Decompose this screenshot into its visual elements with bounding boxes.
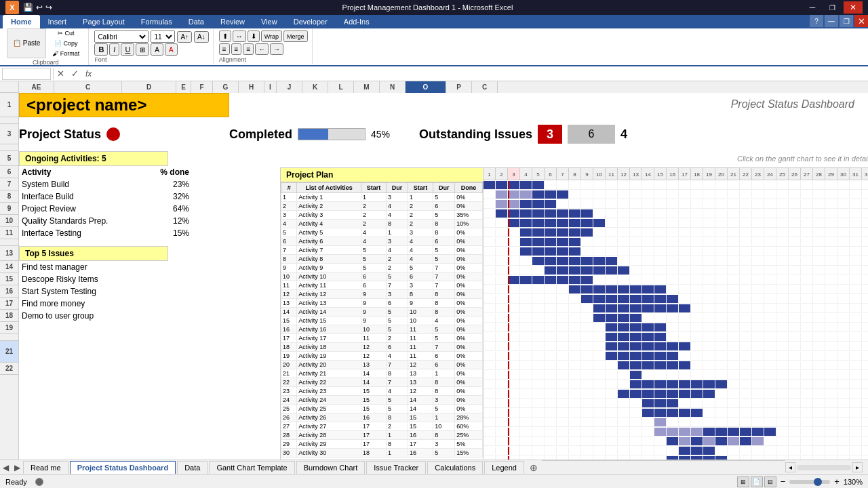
- row-20[interactable]: [0, 334, 18, 341]
- gantt-row[interactable]: [484, 313, 868, 323]
- col-header-j[interactable]: J: [277, 81, 302, 93]
- col-header-g[interactable]: G: [213, 81, 239, 93]
- zoom-minus[interactable]: −: [781, 476, 786, 487]
- col-header-p[interactable]: P: [446, 81, 472, 93]
- gantt-row[interactable]: [484, 247, 868, 256]
- plan-table-row[interactable]: 3Activity 3242535%: [281, 211, 483, 220]
- plan-table-row[interactable]: 21Activity 211481310%: [281, 369, 483, 378]
- formula-enter-button[interactable]: ✓: [68, 68, 82, 79]
- plan-table-row[interactable]: 7Activity 754450%: [281, 246, 483, 255]
- plan-table-row[interactable]: 12Activity 1293880%: [281, 290, 483, 299]
- format-painter-button[interactable]: 🖌 Format: [47, 49, 84, 58]
- gantt-row[interactable]: [484, 218, 868, 228]
- plan-table-row[interactable]: 1Activity 113150%: [281, 193, 483, 202]
- font-family-select[interactable]: Calibri: [94, 30, 149, 43]
- row-5[interactable]: 5: [0, 151, 18, 166]
- plan-table-row[interactable]: 28Activity 2817116825%: [281, 431, 483, 440]
- col-header-m[interactable]: M: [354, 81, 380, 93]
- gantt-row[interactable]: [484, 370, 868, 380]
- tab-view[interactable]: View: [253, 15, 285, 28]
- sheet-tab[interactable]: Burndown Chart: [296, 461, 366, 474]
- plan-table-row[interactable]: 4Activity 4282810%: [281, 220, 483, 228]
- plan-table-row[interactable]: 5Activity 541380%: [281, 228, 483, 237]
- border-button[interactable]: ⊞: [136, 43, 149, 56]
- plan-table-row[interactable]: 24Activity 241551430%: [281, 396, 483, 405]
- row-19[interactable]: 19: [0, 322, 18, 334]
- row-17[interactable]: 17: [0, 298, 18, 310]
- plan-table-row[interactable]: 27Activity 27172151060%: [281, 422, 483, 431]
- gantt-row[interactable]: [484, 304, 868, 313]
- plan-table-row[interactable]: 15Activity 15951040%: [281, 317, 483, 325]
- ribbon-help-button[interactable]: ?: [810, 15, 823, 27]
- gantt-row[interactable]: [484, 294, 868, 304]
- align-right-button[interactable]: ≡: [243, 43, 254, 55]
- wrap-text-button[interactable]: Wrap: [261, 30, 282, 42]
- insert-function-button[interactable]: fx: [82, 69, 95, 79]
- row-10[interactable]: 10: [0, 215, 18, 227]
- merge-button[interactable]: Merge: [283, 30, 308, 42]
- restore-button[interactable]: ❐: [823, 1, 842, 14]
- office-logo[interactable]: X: [5, 1, 19, 14]
- project-name-cell[interactable]: <project name>: [19, 93, 229, 117]
- gantt-row[interactable]: [484, 361, 868, 370]
- col-header-o[interactable]: O: [406, 81, 446, 93]
- col-header-k[interactable]: K: [302, 81, 328, 93]
- plan-table-row[interactable]: 8Activity 852450%: [281, 255, 483, 264]
- align-bottom-button[interactable]: ⬇: [248, 30, 260, 42]
- row-12[interactable]: [0, 239, 18, 246]
- align-left-button[interactable]: ≡: [219, 43, 230, 55]
- col-header-h[interactable]: H: [239, 81, 264, 93]
- gantt-row[interactable]: [484, 351, 868, 361]
- plan-table-row[interactable]: 22Activity 221471380%: [281, 378, 483, 387]
- zoom-level[interactable]: 130%: [844, 478, 863, 486]
- paste-button[interactable]: 📋 Paste: [7, 28, 46, 58]
- bold-button[interactable]: B: [94, 43, 108, 56]
- plan-table-row[interactable]: 17Activity 171121150%: [281, 334, 483, 343]
- zoom-slider-handle[interactable]: [814, 478, 822, 486]
- plan-table-row[interactable]: 13Activity 1396980%: [281, 299, 483, 308]
- align-center-button[interactable]: ≡: [231, 43, 242, 55]
- normal-view-button[interactable]: ⊞: [737, 476, 749, 487]
- col-header-e[interactable]: E: [176, 81, 191, 93]
- sheet-tab[interactable]: Data: [177, 461, 208, 474]
- decrease-indent-button[interactable]: ←: [255, 43, 269, 55]
- undo-icon[interactable]: ↩: [36, 3, 43, 12]
- gantt-row[interactable]: [484, 266, 868, 275]
- sheet-nav-prev[interactable]: ◀: [0, 463, 12, 472]
- gantt-row[interactable]: [484, 399, 868, 408]
- plan-table-row[interactable]: 11Activity 1167370%: [281, 281, 483, 290]
- gantt-row[interactable]: [484, 408, 868, 418]
- name-box[interactable]: O21: [2, 68, 51, 80]
- gantt-row[interactable]: [484, 228, 868, 237]
- formula-input[interactable]: [95, 70, 868, 78]
- gantt-row[interactable]: [484, 389, 868, 399]
- col-header-ae[interactable]: AE: [19, 81, 54, 93]
- tab-page-layout[interactable]: Page Layout: [75, 15, 133, 28]
- row-1[interactable]: 1: [0, 93, 18, 117]
- plan-table-row[interactable]: 20Activity 201371260%: [281, 361, 483, 369]
- insert-sheet-button[interactable]: ⊕: [526, 462, 542, 473]
- gantt-row[interactable]: [484, 332, 868, 342]
- gantt-row[interactable]: [484, 446, 868, 455]
- row-18[interactable]: 18: [0, 310, 18, 322]
- plan-table-row[interactable]: 6Activity 643460%: [281, 237, 483, 246]
- col-header-f[interactable]: F: [191, 81, 213, 93]
- gantt-row[interactable]: [484, 455, 868, 460]
- col-header-n[interactable]: N: [380, 81, 406, 93]
- plan-table-row[interactable]: 26Activity 2616815128%: [281, 413, 483, 422]
- decrease-font-button[interactable]: A↓: [194, 31, 209, 43]
- row-14[interactable]: 14: [0, 261, 18, 273]
- gantt-row[interactable]: [484, 275, 868, 285]
- gantt-row[interactable]: [484, 237, 868, 247]
- row-7[interactable]: 7: [0, 178, 18, 190]
- plan-table-row[interactable]: 19Activity 191241160%: [281, 352, 483, 361]
- zoom-slider[interactable]: [789, 480, 830, 484]
- italic-button[interactable]: I: [109, 43, 119, 56]
- tab-insert[interactable]: Insert: [40, 15, 75, 28]
- redo-icon[interactable]: ↪: [45, 3, 52, 12]
- save-icon[interactable]: 💾: [23, 3, 33, 12]
- col-header-l[interactable]: L: [328, 81, 354, 93]
- align-middle-button[interactable]: ↔: [233, 30, 246, 42]
- plan-table-row[interactable]: 9Activity 952570%: [281, 264, 483, 272]
- scroll-bar-button[interactable]: ◂: [785, 462, 795, 472]
